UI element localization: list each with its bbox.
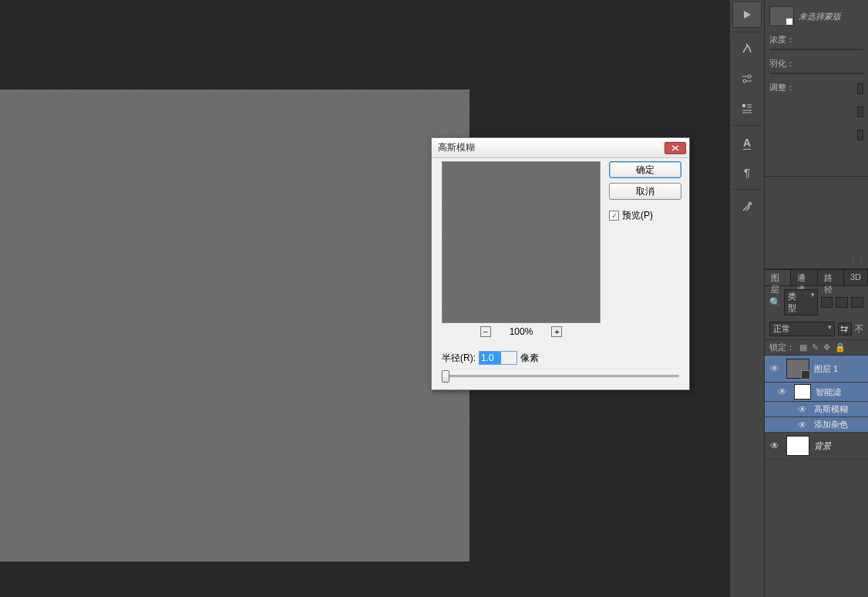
layer-thumbnail[interactable] (786, 359, 809, 379)
visibility-toggle[interactable]: 👁 (768, 363, 782, 374)
lock-image-icon[interactable]: ✎ (812, 342, 819, 352)
zoom-controls: − 100% + (442, 326, 601, 337)
vertical-toolbar: A ¶ (729, 0, 765, 597)
layer-thumbnail[interactable] (786, 436, 809, 456)
preview-checkbox-row: ✓ 预览(P) (609, 209, 681, 222)
preview-checkbox[interactable]: ✓ (609, 211, 619, 221)
filter-name[interactable]: 高斯模糊 (814, 403, 848, 415)
layers-panel-tabs: 图层 通道 路径 3D (765, 269, 868, 286)
filter-kind-dropdown[interactable]: 类型 (784, 289, 818, 315)
dialog-titlebar[interactable]: 高斯模糊 (432, 138, 689, 158)
tab-3d[interactable]: 3D (844, 270, 868, 285)
filter-preview[interactable] (442, 161, 601, 323)
brush-icon[interactable] (732, 36, 762, 62)
filter-type-icon[interactable] (851, 297, 863, 308)
close-button[interactable] (664, 142, 686, 154)
svg-point-5 (743, 79, 746, 83)
density-label: 浓度： (769, 34, 863, 46)
feather-slider[interactable] (769, 73, 863, 74)
search-icon: 🔍 (769, 297, 781, 308)
layer-name[interactable]: 背景 (814, 440, 831, 452)
mask-thumbnail[interactable] (769, 6, 794, 26)
tools-icon[interactable] (732, 194, 762, 220)
layer-filter-row: 🔍 类型 (765, 286, 868, 319)
density-slider[interactable] (769, 49, 863, 50)
dialog-body: − 100% + 确定 取消 ✓ 预览(P) 半径(R): 像素 (432, 158, 689, 390)
filter-name[interactable]: 添加杂色 (814, 419, 848, 430)
radius-input[interactable] (479, 351, 517, 365)
cancel-button[interactable]: 取消 (609, 183, 681, 200)
blend-opacity-row: 正常 ⇆ 不 (765, 319, 868, 339)
radius-row: 半径(R): 像素 (442, 351, 539, 365)
visibility-toggle[interactable]: 👁 (775, 386, 789, 397)
adjustment-button[interactable] (857, 83, 863, 94)
lock-transparency-icon[interactable]: ▦ (799, 342, 807, 352)
sliders-icon[interactable] (732, 66, 762, 92)
layer-row[interactable]: 👁 图层 1 (765, 356, 868, 383)
tab-channels[interactable]: 通道 (791, 270, 817, 285)
lock-row: 锁定： ▦ ✎ ✥ 🔒 (765, 339, 868, 356)
zoom-out-button[interactable]: − (480, 326, 491, 337)
mask-status-label: 未选择蒙版 (799, 11, 841, 22)
svg-point-3 (748, 75, 751, 78)
smart-filters-label: 智能滤 (816, 386, 841, 398)
filter-item[interactable]: 👁 高斯模糊 (765, 402, 868, 417)
adjustment-button[interactable] (857, 106, 863, 117)
filter-item[interactable]: 👁 添加杂色 (765, 417, 868, 433)
radius-label: 半径(R): (442, 352, 476, 365)
feather-label: 羽化： (769, 58, 863, 69)
panel-spacer: ⋮⋮ (765, 177, 868, 269)
character-icon[interactable]: A (732, 130, 762, 156)
svg-rect-6 (742, 104, 745, 107)
preview-checkbox-label[interactable]: 预览(P) (622, 209, 653, 222)
radius-unit: 像素 (520, 352, 539, 365)
smart-filter-mask[interactable] (794, 384, 811, 400)
paragraph-styles-icon[interactable] (732, 95, 762, 121)
toolbar-divider (732, 125, 762, 126)
lock-position-icon[interactable]: ✥ (823, 342, 830, 352)
visibility-toggle[interactable]: 👁 (796, 404, 809, 415)
tab-paths[interactable]: 路径 (818, 270, 844, 285)
zoom-value: 100% (510, 326, 533, 337)
filter-pixel-icon[interactable] (821, 297, 833, 308)
right-sidebar: 未选择蒙版 浓度： 羽化： 调整： ⋮⋮ 图层 通道 路径 3D 🔍 类型 (765, 0, 868, 597)
layer-name[interactable]: 图层 1 (814, 363, 838, 375)
visibility-toggle[interactable]: 👁 (796, 420, 809, 430)
lock-label: 锁定： (769, 342, 795, 353)
paragraph-icon[interactable]: ¶ (732, 159, 762, 185)
ok-button[interactable]: 确定 (609, 161, 681, 178)
filter-adjust-icon[interactable] (836, 297, 848, 308)
svg-marker-0 (744, 11, 751, 19)
masks-panel: 未选择蒙版 浓度： 羽化： 调整： (765, 0, 868, 177)
radius-slider[interactable] (442, 370, 681, 381)
dialog-title: 高斯模糊 (438, 141, 664, 154)
smart-filters-row[interactable]: 👁 智能滤 (765, 383, 868, 402)
toolbar-divider (732, 189, 762, 190)
svg-point-1 (746, 44, 748, 46)
opacity-control[interactable]: ⇆ (838, 322, 852, 336)
slider-thumb[interactable] (442, 370, 449, 383)
gaussian-blur-dialog[interactable]: 高斯模糊 − 100% + 确定 取消 ✓ 预览(P) 半径(R): 像素 (431, 137, 690, 390)
adjustments-label: 调整： (769, 82, 863, 93)
layer-row[interactable]: 👁 背景 (765, 433, 868, 460)
zoom-in-button[interactable]: + (551, 326, 562, 337)
lock-all-icon[interactable]: 🔒 (835, 342, 846, 352)
opacity-label: 不 (855, 323, 863, 335)
visibility-toggle[interactable]: 👁 (768, 440, 782, 451)
tab-layers[interactable]: 图层 (765, 270, 791, 285)
toolbar-divider (732, 32, 762, 32)
layer-list: 👁 图层 1 👁 智能滤 👁 高斯模糊 👁 添加杂色 👁 背景 (765, 356, 868, 460)
adjustment-button[interactable] (857, 130, 863, 140)
play-actions-icon[interactable] (732, 2, 762, 28)
blend-mode-dropdown[interactable]: 正常 (769, 322, 835, 336)
document-canvas[interactable] (0, 89, 469, 562)
